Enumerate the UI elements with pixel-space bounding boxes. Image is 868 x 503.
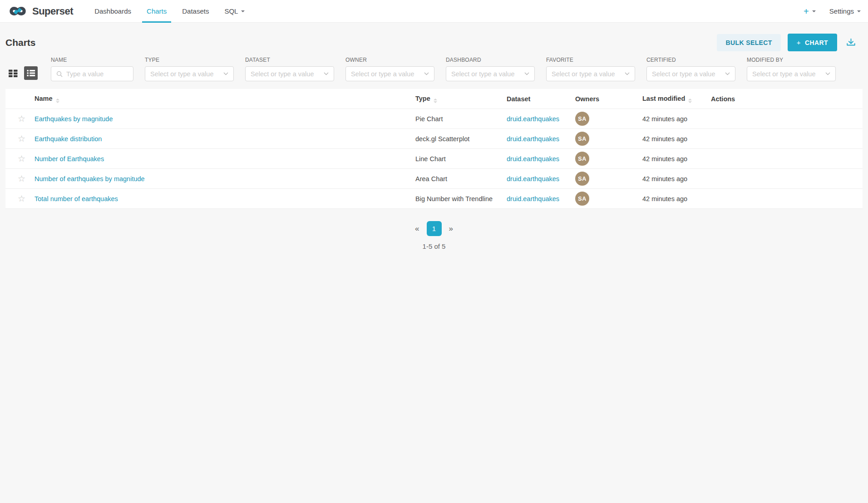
chart-name-link[interactable]: Number of Earthquakes (35, 155, 104, 163)
chevron-down-icon (725, 72, 730, 75)
nav-right: + Settings (804, 0, 861, 22)
chart-type-cell: Pie Chart (415, 115, 507, 123)
chevron-down-icon (424, 72, 429, 75)
dataset-link[interactable]: druid.earthquakes (507, 175, 559, 182)
owner-avatar: SA (575, 132, 589, 146)
chevron-down-icon (825, 72, 830, 75)
sort-icon (434, 99, 437, 103)
owner-avatar: SA (575, 172, 589, 186)
list-view-toggle[interactable] (24, 66, 38, 80)
brand-name: Superset (32, 5, 73, 17)
pagination: « 1 » (0, 221, 868, 236)
chart-name-link[interactable]: Number of earthquakes by magnitude (35, 175, 145, 182)
new-item-menu[interactable]: + (804, 7, 816, 16)
dataset-link[interactable]: druid.earthquakes (507, 115, 559, 123)
modified-by-filter-select[interactable]: Select or type a value (747, 66, 836, 81)
chart-name-link[interactable]: Total number of earthquakes (35, 195, 118, 202)
favorite-filter-select[interactable]: Select or type a value (546, 66, 635, 81)
chart-type-cell: Line Chart (415, 155, 507, 163)
superset-logo-icon (7, 4, 28, 19)
star-icon[interactable] (18, 174, 25, 183)
top-nav-bar: Superset Dashboards Charts Datasets SQL … (0, 0, 868, 23)
page-1-button[interactable]: 1 (427, 221, 442, 236)
name-filter-input[interactable] (66, 70, 128, 78)
previous-page-button[interactable]: « (415, 224, 419, 233)
owner-filter-select[interactable]: Select or type a value (345, 66, 434, 81)
column-header-name[interactable]: Name (35, 95, 415, 103)
chart-type-cell: Area Chart (415, 175, 507, 182)
owner-avatar: SA (575, 112, 589, 126)
filter-favorite: FAVORITE Select or type a value (546, 57, 635, 81)
dataset-link[interactable]: druid.earthquakes (507, 195, 559, 202)
owner-avatar: SA (575, 192, 589, 206)
search-icon (56, 71, 63, 77)
name-filter-box (51, 66, 133, 81)
type-filter-select[interactable]: Select or type a value (145, 66, 234, 81)
column-header-actions: Actions (711, 95, 863, 103)
chevron-down-icon (324, 72, 329, 75)
settings-menu[interactable]: Settings (829, 7, 861, 15)
nav-item-charts[interactable]: Charts (139, 0, 174, 22)
header-actions: BULK SELECT + CHART (717, 34, 857, 51)
filter-certified: CERTIFIED Select or type a value (646, 57, 735, 81)
bulk-select-button[interactable]: BULK SELECT (717, 34, 780, 51)
chart-name-link[interactable]: Earthquake distribution (35, 135, 102, 143)
superset-brand[interactable]: Superset (7, 0, 73, 22)
column-header-dataset: Dataset (507, 95, 575, 103)
table-row: Earthquakes by magnitude Pie Chart druid… (5, 109, 863, 129)
chevron-down-icon (241, 10, 245, 12)
add-chart-button[interactable]: + CHART (788, 34, 837, 51)
table-row: Earthquake distribution deck.gl Scatterp… (5, 129, 863, 149)
star-icon[interactable] (18, 154, 25, 163)
table-row: Number of Earthquakes Line Chart druid.e… (5, 149, 863, 169)
column-header-type[interactable]: Type (415, 95, 507, 103)
filter-name: NAME (51, 57, 133, 81)
page-title: Charts (5, 37, 36, 48)
table-row: Number of earthquakes by magnitude Area … (5, 169, 863, 189)
filter-dataset: DATASET Select or type a value (245, 57, 334, 81)
chart-type-cell: deck.gl Scatterplot (415, 135, 507, 143)
nav-item-sql[interactable]: SQL (217, 0, 252, 22)
pagination-summary: 1-5 of 5 (0, 242, 868, 250)
filter-owner: OWNER Select or type a value (345, 57, 434, 81)
view-toggles (8, 66, 38, 80)
filter-label: TYPE (145, 57, 234, 63)
column-header-last-modified[interactable]: Last modified (642, 95, 711, 103)
filter-label: DASHBOARD (446, 57, 535, 63)
last-modified-cell: 42 minutes ago (642, 155, 711, 163)
sort-icon (56, 99, 59, 103)
filter-dashboard: DASHBOARD Select or type a value (446, 57, 535, 81)
plus-icon: + (804, 7, 809, 16)
next-page-button[interactable]: » (449, 224, 453, 233)
nav-menu: Dashboards Charts Datasets SQL (87, 0, 252, 22)
table-header-row: Name Type Dataset Owners Last modified A… (5, 89, 863, 109)
table-row: Total number of earthquakes Big Number w… (5, 189, 863, 209)
last-modified-cell: 42 minutes ago (642, 115, 711, 123)
chevron-down-icon (223, 72, 228, 75)
star-icon[interactable] (18, 114, 25, 123)
import-charts-button[interactable] (845, 37, 857, 49)
nav-item-datasets[interactable]: Datasets (174, 0, 217, 22)
dashboard-filter-select[interactable]: Select or type a value (446, 66, 535, 81)
chevron-down-icon (812, 10, 816, 12)
dataset-link[interactable]: druid.earthquakes (507, 155, 559, 163)
filter-label: DATASET (245, 57, 334, 63)
sort-icon (688, 99, 692, 103)
filter-label: OWNER (345, 57, 434, 63)
filter-label: CERTIFIED (646, 57, 735, 63)
charts-table: Name Type Dataset Owners Last modified A… (5, 89, 863, 209)
star-icon[interactable] (18, 134, 25, 143)
filter-label: MODIFIED BY (747, 57, 836, 63)
filter-bar: NAME TYPE Select or type a value DATASET… (0, 57, 868, 81)
card-view-toggle[interactable] (8, 68, 18, 79)
chart-name-link[interactable]: Earthquakes by magnitude (35, 115, 113, 123)
last-modified-cell: 42 minutes ago (642, 175, 711, 182)
star-icon[interactable] (18, 194, 25, 203)
dataset-link[interactable]: druid.earthquakes (507, 135, 559, 143)
filter-label: NAME (51, 57, 133, 63)
chart-type-cell: Big Number with Trendline (415, 195, 507, 202)
plus-icon: + (797, 39, 801, 46)
nav-item-dashboards[interactable]: Dashboards (87, 0, 139, 22)
dataset-filter-select[interactable]: Select or type a value (245, 66, 334, 81)
certified-filter-select[interactable]: Select or type a value (646, 66, 735, 81)
